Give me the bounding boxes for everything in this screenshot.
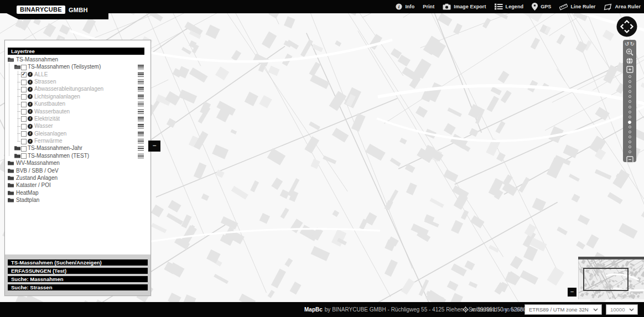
overview-body[interactable]	[578, 259, 644, 299]
layer-menu-icon[interactable]	[138, 132, 144, 136]
layer-row[interactable]: Zustand Anlagen	[5, 174, 150, 181]
panel-collapse-button[interactable]: −	[148, 141, 160, 152]
layer-checkbox[interactable]	[21, 146, 27, 152]
pan-control[interactable]	[616, 16, 637, 37]
toolbar-gps[interactable]: GPS	[532, 3, 551, 11]
layer-row[interactable]: TS-Massnahmen (Teilsystem)	[5, 63, 150, 70]
zoom-out-box-icon[interactable]	[626, 156, 633, 163]
layer-row[interactable]: iStrassen	[5, 78, 150, 85]
zoom-level-dot[interactable]	[629, 141, 631, 143]
toolbar-line-ruler[interactable]: Line Ruler	[559, 3, 595, 11]
layer-menu-icon[interactable]	[138, 72, 144, 77]
layer-row[interactable]: iGleisanlagen	[5, 130, 150, 137]
zoom-level-dot[interactable]	[629, 106, 631, 108]
search-panel-bar[interactable]: TS-Massnahmen (Suchen/Anzeigen)	[8, 259, 148, 266]
layer-row[interactable]: iKunstbauten	[5, 100, 150, 107]
zoom-box-icon[interactable]	[626, 66, 633, 73]
layer-info-icon[interactable]: i	[28, 109, 33, 114]
search-panel-bar[interactable]: ERFASSUNGEN (Test)	[8, 268, 148, 274]
zoom-level-dot[interactable]	[629, 95, 631, 98]
layer-info-icon[interactable]: i	[28, 102, 33, 107]
layer-row[interactable]: TS-Massnahmen (TEST)	[5, 152, 150, 159]
layer-menu-icon[interactable]	[138, 117, 144, 121]
overview-collapse-button[interactable]: −	[568, 288, 577, 297]
layer-checkbox[interactable]	[21, 72, 27, 77]
zoom-level-dot[interactable]	[629, 80, 631, 83]
overview-extent[interactable]	[583, 268, 629, 291]
layer-row[interactable]: iWasserbauten	[5, 108, 150, 115]
layer-label: Wasser	[34, 123, 53, 129]
zoom-level-dot[interactable]	[629, 136, 631, 138]
layer-info-icon[interactable]: i	[28, 116, 33, 121]
layer-checkbox[interactable]	[21, 65, 27, 70]
zoom-level-dot[interactable]	[629, 116, 631, 118]
toolbar-legend[interactable]: Legend	[495, 3, 524, 10]
layer-info-icon[interactable]: i	[28, 72, 33, 77]
layer-checkbox[interactable]	[21, 87, 27, 92]
layer-checkbox[interactable]	[21, 124, 27, 129]
zoom-level-dot[interactable]	[629, 75, 631, 78]
layer-info-icon[interactable]: i	[28, 80, 33, 85]
layer-checkbox[interactable]	[21, 109, 27, 115]
zoom-level-dot[interactable]	[629, 111, 631, 113]
search-panel-bar[interactable]: Suche: Massnahmen	[8, 276, 148, 282]
layer-menu-icon[interactable]	[138, 65, 144, 69]
layer-menu-icon[interactable]	[138, 110, 144, 114]
toolbar-info[interactable]: iInfo	[396, 3, 414, 10]
layer-row[interactable]: BVB / SBB / OeV	[5, 167, 150, 174]
crs-select[interactable]: ETRS89 / UTM zone 32N	[524, 304, 602, 315]
layer-menu-icon[interactable]	[138, 87, 144, 91]
zoom-level-dot[interactable]	[629, 131, 631, 133]
zoom-level-dot[interactable]	[629, 126, 631, 128]
layer-checkbox[interactable]	[21, 153, 27, 159]
layer-checkbox[interactable]	[21, 116, 27, 122]
layer-row[interactable]: Stadtplan	[5, 196, 150, 204]
layer-info-icon[interactable]: i	[28, 94, 33, 99]
toolbar-area-ruler[interactable]: Area Ruler	[604, 3, 641, 11]
layer-info-icon[interactable]: i	[28, 139, 33, 144]
layer-row[interactable]: iFernwärme	[5, 137, 150, 144]
zoom-in-icon[interactable]	[626, 48, 633, 56]
zoom-level-dot[interactable]	[629, 100, 631, 103]
layer-row[interactable]: iALLE	[5, 71, 150, 78]
layer-menu-icon[interactable]	[138, 95, 144, 99]
layer-info-icon[interactable]: i	[28, 131, 33, 136]
layertree-panel: Layertree TS-MassnahmenTS-Massnahmen (Te…	[4, 40, 151, 296]
zoom-level-dot[interactable]	[629, 150, 631, 153]
overview-map	[578, 257, 644, 299]
zoom-level-dot-active[interactable]	[628, 121, 631, 124]
layer-row[interactable]: TS-Massnahmen	[5, 56, 150, 63]
layer-menu-icon[interactable]	[138, 102, 144, 106]
zoom-level-dot[interactable]	[629, 85, 631, 88]
layer-checkbox[interactable]	[21, 94, 27, 100]
layer-menu-icon[interactable]	[138, 139, 144, 143]
toolbar-print[interactable]: Print	[423, 4, 434, 9]
layer-info-icon[interactable]: i	[28, 124, 33, 129]
layer-label: Wasserbauten	[34, 108, 70, 115]
layer-row[interactable]: WV-Massnahmen	[5, 159, 150, 167]
toolbar-image-export[interactable]: Image Export	[443, 3, 486, 10]
layer-menu-icon[interactable]	[138, 154, 144, 158]
scale-select[interactable]: 10000	[606, 304, 638, 315]
layer-checkbox[interactable]	[21, 139, 27, 144]
zoom-level-dot[interactable]	[629, 145, 631, 148]
undo-icon[interactable]: ↺	[625, 41, 629, 47]
layer-row[interactable]: iLichtsignalanlagen	[5, 93, 150, 100]
layer-row[interactable]: iAbwasserableitungsanlagen	[5, 85, 150, 92]
layer-row[interactable]: Kataster / POI	[5, 181, 150, 189]
redo-icon[interactable]: ↻	[630, 41, 635, 47]
layer-row[interactable]: TS-Massnahmen-Jahr	[5, 144, 150, 152]
layer-info-icon[interactable]: i	[28, 87, 33, 92]
layer-checkbox[interactable]	[21, 80, 27, 85]
layer-row[interactable]: iWasser	[5, 122, 150, 129]
search-panel-bar[interactable]: Suche: Strassen	[8, 284, 148, 290]
layer-menu-icon[interactable]	[138, 146, 144, 150]
zoom-level-dot[interactable]	[629, 90, 631, 93]
layer-menu-icon[interactable]	[138, 80, 144, 84]
layer-checkbox[interactable]	[21, 102, 27, 107]
zoom-world-icon[interactable]	[626, 57, 633, 65]
layer-menu-icon[interactable]	[138, 124, 144, 128]
layer-row[interactable]: iElektrizität	[5, 115, 150, 122]
layer-checkbox[interactable]	[21, 131, 27, 137]
layer-row[interactable]: HeatMap	[5, 189, 150, 196]
